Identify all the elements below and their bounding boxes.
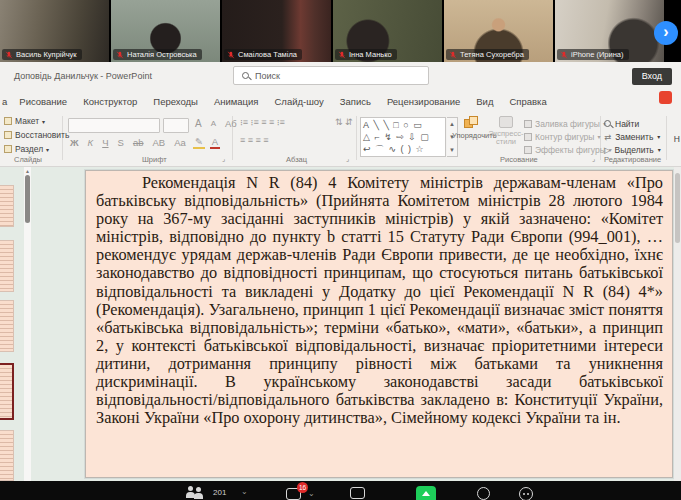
- editing-group: Найти ⇄Заменить▾ ▷Выделить▾: [604, 117, 661, 156]
- group-divider: [666, 116, 667, 160]
- shape-fill-button[interactable]: Заливка фигуры▾: [524, 117, 612, 130]
- shapes-gallery[interactable]: А ╲ ╲ □ ○ ▭ △ ⌐ ↯ ⇨ ⇩ ▢ ↩ ⌒ ∿ ( ) ☆: [360, 117, 446, 157]
- character-spacing-button[interactable]: АВ: [150, 137, 167, 148]
- video-strip-end: ›: [666, 0, 681, 62]
- chat-caret-icon[interactable]: ⌄: [308, 489, 315, 498]
- text-shadow-button[interactable]: S: [116, 137, 126, 148]
- video-tile[interactable]: Василь Купрійчук: [0, 0, 109, 62]
- video-tile[interactable]: Тетяна Сухоребра: [444, 0, 553, 62]
- paragraph-group-label: Абзац: [286, 155, 307, 164]
- shape-outline-icon: [524, 133, 532, 141]
- layout-button[interactable]: Макет▾: [4, 116, 45, 126]
- slide-thumbnail[interactable]: [0, 185, 14, 227]
- shapes-row[interactable]: А ╲ ╲ □ ○ ▭: [363, 119, 443, 131]
- shapes-row[interactable]: △ ⌐ ↯ ⇨ ⇩ ▢: [363, 131, 443, 143]
- participant-name-tag: iPhone (Ирина): [557, 49, 629, 60]
- tab-record[interactable]: Запись: [332, 96, 379, 107]
- video-tile[interactable]: iPhone (Ирина): [555, 0, 664, 62]
- participant-name: Наталія Островська: [127, 50, 197, 59]
- quick-styles-icon: [499, 116, 513, 128]
- section-icon: [4, 145, 12, 153]
- video-tile[interactable]: Інна Манько: [333, 0, 442, 62]
- grow-font-button[interactable]: А: [193, 118, 204, 129]
- next-participants-button[interactable]: ›: [654, 21, 678, 45]
- participant-name-tag: Наталія Островська: [113, 49, 202, 60]
- mic-muted-icon: [227, 51, 235, 59]
- thumbnail-scrollbar[interactable]: ▲: [24, 167, 31, 481]
- slide-thumbnail[interactable]: [0, 240, 14, 292]
- shapes-row[interactable]: ↩ ⌒ ∿ ( ) ☆: [363, 143, 443, 155]
- paragraph-dialog-launcher[interactable]: ⌟: [346, 155, 349, 163]
- reset-icon: [4, 131, 12, 139]
- tab-transitions[interactable]: Переходы: [145, 96, 206, 107]
- participant-name-tag: Смаілова Таміла: [224, 49, 302, 60]
- tab-animations[interactable]: Анимация: [206, 96, 267, 107]
- font-group-label: Шрифт: [142, 155, 167, 164]
- quick-styles-button[interactable]: Экспресс-стили: [486, 116, 526, 147]
- paragraph-list-buttons[interactable]: ⁝≡ ⁝≡ ≡ ≡ ⁝≡: [238, 117, 287, 127]
- record-icon[interactable]: [477, 487, 490, 500]
- highlight-color-button[interactable]: ✎: [193, 136, 205, 149]
- scrollbar-thumb[interactable]: [25, 175, 30, 223]
- ribbon-tab-bar: а Рисование Конструктор Переходы Анимаци…: [0, 90, 681, 112]
- mic-muted-icon: [5, 51, 13, 59]
- bold-button[interactable]: Ж: [68, 137, 81, 148]
- tab-design[interactable]: Конструктор: [75, 96, 145, 107]
- participants-icon[interactable]: [188, 486, 206, 500]
- shape-outline-button[interactable]: Контур фигуры▾: [524, 130, 612, 143]
- scroll-up-icon[interactable]: ▲: [24, 168, 31, 174]
- tab-review[interactable]: Рецензирование: [379, 96, 468, 107]
- captions-icon[interactable]: [350, 487, 365, 499]
- paragraph-direction-buttons[interactable]: ⇅ ⇵: [333, 117, 355, 127]
- mic-muted-icon: [116, 51, 124, 59]
- shrink-font-button[interactable]: А: [209, 119, 218, 128]
- paragraph-align-buttons[interactable]: ≡ ≡ ≡ ≡: [238, 135, 271, 145]
- tab-drawing[interactable]: Рисование: [11, 96, 75, 107]
- slide-thumbnail-selected[interactable]: [0, 363, 14, 420]
- tab-view[interactable]: Вид: [468, 96, 501, 107]
- drawing-dialog-launcher[interactable]: ⌟: [592, 155, 595, 163]
- group-divider: [356, 116, 357, 160]
- tab-slideshow[interactable]: Слайд-шоу: [266, 96, 331, 107]
- drawing-group-label: Рисование: [500, 155, 538, 164]
- font-color-button[interactable]: А: [210, 136, 220, 149]
- replace-button[interactable]: ⇄Заменить▾: [604, 130, 661, 143]
- cut-off-ribbon-text: Н: [674, 134, 680, 144]
- section-button[interactable]: Раздел▾: [4, 144, 49, 154]
- video-strip: Василь Купрійчук Наталія Островська Смаі…: [0, 0, 681, 62]
- slide-thumbnail-panel: [0, 167, 15, 481]
- video-tile[interactable]: Смаілова Таміла: [222, 0, 331, 62]
- slide-thumbnail[interactable]: [0, 300, 14, 352]
- participant-name: Смаілова Таміла: [238, 50, 297, 59]
- notification-icon[interactable]: [659, 91, 672, 104]
- slide-scrollbar[interactable]: [674, 167, 681, 481]
- tab-help[interactable]: Справка: [501, 96, 554, 107]
- font-dialog-launcher[interactable]: ⌟: [222, 155, 225, 163]
- underline-button[interactable]: Ч: [100, 137, 110, 148]
- find-button[interactable]: Найти: [604, 117, 661, 130]
- search-icon: [242, 72, 249, 79]
- slide-thumbnail[interactable]: [0, 430, 14, 481]
- powerpoint-titlebar: Доповідь Данильчук - PowerPoint Поиск Вх…: [0, 62, 681, 90]
- shapes-more-icon[interactable]: ▼: [447, 144, 457, 157]
- clear-formatting-button[interactable]: Аб: [223, 118, 239, 129]
- reset-button[interactable]: Восстановить: [4, 130, 69, 140]
- font-name-combo[interactable]: [68, 118, 160, 133]
- slide-scrollbar-thumb[interactable]: [675, 173, 680, 243]
- reactions-icon[interactable]: [519, 487, 533, 500]
- ribbon: Макет▾ Восстановить Раздел▾ Слайды А А А…: [0, 112, 681, 167]
- layout-icon: [4, 117, 12, 125]
- search-input[interactable]: Поиск: [233, 66, 429, 85]
- participants-caret-icon[interactable]: ⌄: [241, 487, 248, 496]
- italic-button[interactable]: К: [86, 137, 96, 148]
- slide-body-text[interactable]: Рекомендація N R (84) 4 Комітету міністр…: [86, 171, 672, 427]
- slide-canvas[interactable]: Рекомендація N R (84) 4 Комітету міністр…: [85, 170, 673, 478]
- tab-cut[interactable]: а: [0, 96, 11, 107]
- strikethrough-button[interactable]: ab: [131, 137, 146, 148]
- font-size-combo[interactable]: [163, 118, 189, 133]
- video-tile[interactable]: Наталія Островська: [111, 0, 220, 62]
- participant-name: Інна Манько: [349, 50, 392, 59]
- share-screen-button[interactable]: [416, 486, 436, 500]
- sign-in-button[interactable]: Вход: [632, 68, 672, 85]
- change-case-button[interactable]: Аа: [172, 137, 188, 148]
